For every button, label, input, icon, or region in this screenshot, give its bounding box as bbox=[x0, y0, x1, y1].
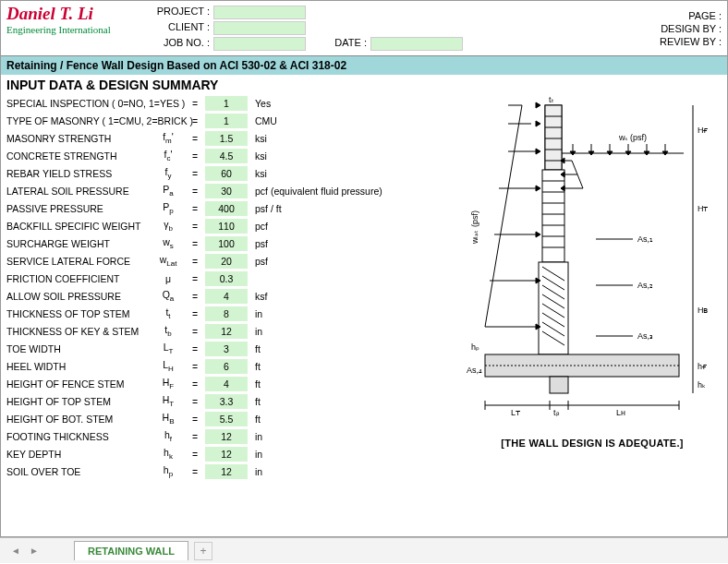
param-symbol: ws bbox=[150, 236, 187, 250]
equals-sign: = bbox=[187, 273, 203, 284]
equals-sign: = bbox=[187, 150, 203, 162]
param-value[interactable]: 12 bbox=[205, 464, 248, 479]
param-desc: BACKFILL SPECIFIC WEIGHT bbox=[6, 221, 150, 232]
tab-next-icon[interactable]: ► bbox=[30, 546, 39, 556]
param-row: TYPE OF MASONRY ( 1=CMU, 2=BRICK )=1CMU bbox=[6, 112, 450, 129]
param-value[interactable]: 3.3 bbox=[205, 394, 248, 409]
header-fields: PROJECT : CLIENT : JOB NO. : DATE : bbox=[149, 1, 552, 55]
project-label: PROJECT : bbox=[149, 6, 213, 19]
equals-sign: = bbox=[187, 168, 203, 179]
param-value[interactable]: 12 bbox=[205, 447, 248, 462]
company-subtitle: Engineering International bbox=[6, 24, 143, 35]
param-unit: ft bbox=[249, 396, 450, 407]
param-desc: SPECIAL INSPECTION ( 0=NO, 1=YES ) bbox=[6, 98, 150, 109]
svg-marker-69 bbox=[536, 232, 540, 237]
svg-text:As,₄: As,₄ bbox=[467, 366, 482, 375]
param-value[interactable]: 1 bbox=[205, 114, 248, 128]
equals-sign: = bbox=[187, 291, 203, 302]
diagram-svg: tₜ wₛ bbox=[457, 96, 716, 428]
equals-sign: = bbox=[187, 396, 203, 407]
equals-sign: = bbox=[187, 98, 203, 109]
param-unit: in bbox=[249, 449, 450, 460]
content-area: SPECIAL INSPECTION ( 0=NO, 1=YES )=1YesT… bbox=[1, 94, 727, 535]
param-value[interactable]: 12 bbox=[205, 324, 248, 339]
param-unit: psf bbox=[249, 238, 450, 249]
param-value[interactable]: 8 bbox=[205, 306, 248, 321]
param-symbol: Qa bbox=[150, 289, 187, 303]
tab-retaining-wall[interactable]: RETAINING WALL bbox=[74, 541, 188, 560]
param-desc: SERVICE LATERAL FORCE bbox=[6, 256, 150, 267]
jobno-input[interactable] bbox=[213, 37, 306, 51]
param-value[interactable]: 4.5 bbox=[205, 149, 248, 163]
param-value[interactable]: 4 bbox=[205, 289, 248, 304]
svg-marker-20 bbox=[662, 151, 668, 155]
param-unit: in bbox=[249, 308, 450, 319]
param-row: THICKNESS OF KEY & STEMtb=12in bbox=[6, 322, 450, 340]
param-symbol: fc' bbox=[150, 149, 187, 162]
param-value[interactable]: 1 bbox=[205, 96, 248, 111]
jobno-label: JOB NO. : bbox=[149, 37, 213, 51]
svg-marker-16 bbox=[625, 151, 631, 155]
svg-marker-66 bbox=[536, 121, 540, 126]
svg-marker-67 bbox=[536, 149, 540, 154]
equals-sign: = bbox=[187, 343, 203, 354]
param-symbol: hp bbox=[150, 464, 187, 478]
param-value[interactable]: 4 bbox=[205, 377, 248, 391]
svg-text:wₛ (psf): wₛ (psf) bbox=[618, 133, 647, 142]
param-unit: Yes bbox=[249, 98, 450, 109]
param-desc: THICKNESS OF KEY & STEM bbox=[6, 326, 150, 337]
param-unit: in bbox=[249, 466, 450, 477]
section-title: INPUT DATA & DESIGN SUMMARY bbox=[1, 75, 727, 94]
tab-prev-icon[interactable]: ◄ bbox=[11, 546, 20, 556]
param-desc: LATERAL SOIL PRESSURE bbox=[6, 186, 150, 197]
param-unit: in bbox=[249, 326, 450, 337]
param-row: SURCHARGE WEIGHTws=100psf bbox=[6, 234, 450, 252]
param-desc: HEIGHT OF BOT. STEM bbox=[6, 414, 150, 425]
param-row: ALLOW SOIL PRESSUREQa=4ksf bbox=[6, 287, 450, 305]
param-row: SOIL OVER TOEhp=12in bbox=[6, 462, 450, 480]
param-desc: TYPE OF MASONRY ( 1=CMU, 2=BRICK ) bbox=[6, 115, 150, 126]
param-symbol: μ bbox=[150, 273, 187, 284]
svg-text:Hʙ: Hʙ bbox=[698, 306, 709, 315]
param-row: HEIGHT OF TOP STEMHT=3.3ft bbox=[6, 392, 450, 410]
param-value[interactable]: 5.5 bbox=[205, 412, 248, 426]
client-input[interactable] bbox=[213, 21, 306, 35]
param-value[interactable]: 30 bbox=[205, 184, 248, 198]
param-desc: FRICTION COEFFICIENT bbox=[6, 273, 150, 284]
equals-sign: = bbox=[187, 238, 203, 249]
svg-rect-76 bbox=[550, 377, 568, 393]
param-desc: REBAR YIELD STRESS bbox=[6, 168, 150, 179]
date-input[interactable] bbox=[370, 37, 463, 51]
svg-marker-14 bbox=[607, 151, 613, 155]
param-value[interactable]: 0.3 bbox=[205, 271, 248, 286]
param-value[interactable]: 400 bbox=[205, 201, 248, 216]
param-symbol: LT bbox=[150, 342, 187, 355]
wall-diagram: tₜ wₛ bbox=[457, 94, 727, 535]
param-value[interactable]: 1.5 bbox=[205, 131, 248, 146]
param-symbol: tb bbox=[150, 324, 187, 338]
equals-sign: = bbox=[187, 133, 203, 144]
svg-marker-18 bbox=[644, 151, 649, 155]
param-value[interactable]: 100 bbox=[205, 236, 248, 251]
param-desc: TOE WIDTH bbox=[6, 343, 150, 354]
param-value[interactable]: 20 bbox=[205, 254, 248, 269]
param-value[interactable]: 6 bbox=[205, 359, 248, 374]
param-value[interactable]: 110 bbox=[205, 219, 248, 234]
svg-text:Hғ: Hғ bbox=[698, 126, 709, 135]
project-input[interactable] bbox=[213, 6, 306, 19]
param-unit: ft bbox=[249, 414, 450, 425]
param-value[interactable]: 3 bbox=[205, 342, 248, 356]
param-unit: ksi bbox=[249, 133, 450, 144]
param-symbol: tt bbox=[150, 306, 187, 320]
param-symbol: fm' bbox=[150, 131, 187, 145]
param-value[interactable]: 60 bbox=[205, 166, 248, 181]
svg-text:As,₃: As,₃ bbox=[637, 331, 653, 341]
param-desc: THICKNESS OF TOP STEM bbox=[6, 308, 150, 319]
svg-text:hₖ: hₖ bbox=[698, 380, 706, 390]
equals-sign: = bbox=[187, 203, 203, 214]
param-value[interactable]: 12 bbox=[205, 429, 248, 444]
param-unit: ksi bbox=[249, 168, 450, 179]
param-symbol: Pa bbox=[150, 184, 187, 198]
tab-add-button[interactable]: + bbox=[194, 542, 212, 560]
param-symbol: Pp bbox=[150, 201, 187, 215]
